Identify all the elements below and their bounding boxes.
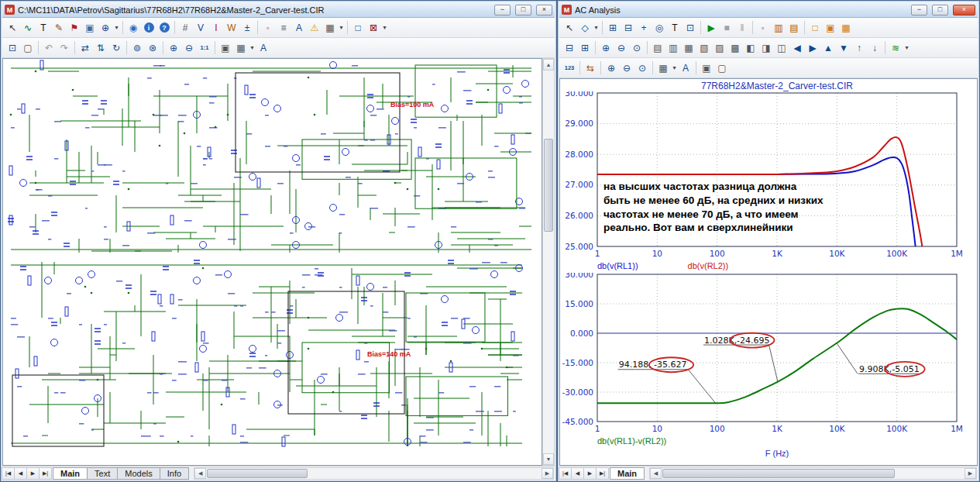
web-icon[interactable]: ◉ [126,20,141,36]
view-mode-icon[interactable]: ▦ [233,40,249,56]
zoom-auto-icon[interactable]: ⊙ [634,60,650,76]
currents-icon[interactable]: I [208,20,224,36]
camera-icon[interactable]: ▣ [218,40,233,56]
vertical-scrollbar-track[interactable] [543,71,554,453]
zoom-fit-icon[interactable]: ⊙ [629,40,645,56]
y-log-icon[interactable]: ▥ [665,40,681,56]
tab-info[interactable]: Info [160,467,189,480]
text-mode-icon[interactable]: T [36,20,51,36]
last-tab-icon[interactable]: ▶| [39,467,52,480]
close-button[interactable]: × [953,5,975,15]
help-icon[interactable]: ? [156,20,172,36]
grid-icon[interactable]: ▦ [322,20,338,36]
cursor-mode-icon[interactable]: ◇ [577,20,593,36]
vertical-scrollbar-thumb[interactable] [544,139,553,232]
undo-icon[interactable]: ↶ [41,40,57,56]
horizontal-scrollbar[interactable]: ◀ ▶ [194,467,554,480]
horizontal-scrollbar[interactable]: ◀ ▶ [649,467,977,480]
grid-dropdown-icon[interactable]: ▾ [671,60,678,76]
graphics-icon[interactable]: ✎ [51,20,67,36]
redo-icon[interactable]: ↷ [57,40,72,56]
zoom-in-icon[interactable]: ⊕ [166,40,181,56]
next-tab-icon[interactable]: ▶ [26,467,40,480]
schematic-canvas[interactable]: Bias=100 mA Bias=140 mA [2,58,542,466]
first-tab-icon[interactable]: |◀ [559,467,572,480]
rotate-icon[interactable]: ↻ [108,40,124,56]
flag-icon[interactable]: ⚑ [67,20,82,36]
scroll-down-button[interactable]: ▼ [543,453,554,465]
reduce-data-icon[interactable]: ◦ [755,20,771,36]
tolerance-icon[interactable]: ⇆ [583,60,598,76]
conditions-icon[interactable]: ± [239,20,255,36]
text-display-icon[interactable]: ≡ [276,20,291,36]
cursor-left-icon[interactable]: ◀ [789,40,805,56]
baseline-icon[interactable]: ▩ [727,40,743,56]
valley-icon[interactable]: ▼ [836,40,851,56]
ruler-icon[interactable]: ▧ [696,40,712,56]
pause-icon[interactable]: ‖ [734,20,750,36]
page-dropdown-icon[interactable]: ▾ [381,20,388,36]
scroll-left-button[interactable]: ◀ [194,468,206,479]
animate-icon[interactable]: ≋ [888,40,903,56]
info-icon[interactable]: i [141,20,156,36]
powers-icon[interactable]: W [224,20,239,36]
zoom-out-icon[interactable]: ⊖ [181,40,197,56]
pin-connections-icon[interactable]: ◦ [260,20,276,36]
vertical-scrollbar[interactable]: ▲ ▼ [542,58,555,466]
schematic-titlebar[interactable]: M C:\MC11\DATA\Petrov\Sagittarius\77R68H… [2,2,555,18]
tab-models[interactable]: Models [117,467,160,480]
find-next-icon[interactable]: ⊛ [145,40,160,56]
outline-one-icon[interactable]: □ [807,20,823,36]
zoom-scale-icon[interactable]: 1:1 [197,40,212,56]
font-icon[interactable]: A [256,40,271,56]
select-icon[interactable]: ↖ [562,20,577,36]
cursor-right-icon[interactable]: ▶ [805,40,820,56]
remove-page-icon[interactable]: ⊠ [366,20,381,36]
cursor-readout[interactable]: 9.908K,-5.051 [859,364,920,374]
prev-tab-icon[interactable]: ◀ [14,467,27,480]
tab-main[interactable]: Main [53,467,88,480]
restore-button[interactable]: □ [515,5,531,15]
pan-mode-icon[interactable]: + [636,20,652,36]
node-voltages-icon[interactable]: V [193,20,208,36]
horizontal-scrollbar-track[interactable] [662,468,965,479]
zoom-in-icon[interactable]: ⊕ [598,40,614,56]
component-icon[interactable]: ⊕ [98,20,113,36]
scroll-up-button[interactable]: ▲ [543,59,554,71]
horizontal-scrollbar-thumb[interactable] [207,469,308,478]
grid-dropdown-icon[interactable]: ▾ [338,20,345,36]
cursor-readout[interactable]: 1.028K,-24.695 [704,336,770,346]
minimize-button[interactable]: − [494,5,511,15]
horizontal-cursor-icon[interactable]: ◧ [743,40,758,56]
low-icon[interactable]: ↓ [867,40,882,56]
scale-mode-icon[interactable]: ⊟ [621,20,636,36]
select-icon[interactable]: ↖ [5,20,20,36]
add-plot-icon[interactable]: ⊞ [577,40,593,56]
wire-mode-icon[interactable]: ∿ [20,20,36,36]
scroll-right-button[interactable]: ▶ [542,468,553,479]
find-icon[interactable]: ⊚ [129,40,145,56]
warning-icon[interactable]: ⚠ [307,20,322,36]
copy-page-icon[interactable]: ▢ [714,60,730,76]
horizontal-scrollbar-track[interactable] [206,468,542,479]
select-region-icon[interactable]: ▢ [20,40,36,56]
numeric-format-icon[interactable]: 123 [562,60,577,76]
point-tag-icon[interactable]: ◎ [652,20,667,36]
stop-icon[interactable]: ■ [719,20,734,36]
tab-main[interactable]: Main [610,467,645,480]
last-tab-icon[interactable]: ▶| [596,467,609,480]
node-numbers-icon[interactable]: # [177,20,193,36]
outline-three-icon[interactable]: ▦ [838,20,854,36]
text-tool-icon[interactable]: T [667,20,683,36]
minimize-button[interactable]: − [911,5,927,15]
grid-toggle-icon[interactable]: ▦ [681,40,696,56]
plot-area[interactable]: 77R68H2&Master-2_Carver-test.CIR 1101001… [559,78,978,466]
tab-text[interactable]: Text [87,467,118,480]
cursor-dropdown-icon[interactable]: ▾ [593,20,600,36]
run-icon[interactable]: ▶ [703,20,719,36]
zoom-out-icon[interactable]: ⊖ [614,40,629,56]
picture-icon[interactable]: ▣ [82,20,98,36]
first-tab-icon[interactable]: |◀ [2,467,15,480]
x-log-icon[interactable]: ▤ [650,40,665,56]
next-tab-icon[interactable]: ▶ [583,467,597,480]
